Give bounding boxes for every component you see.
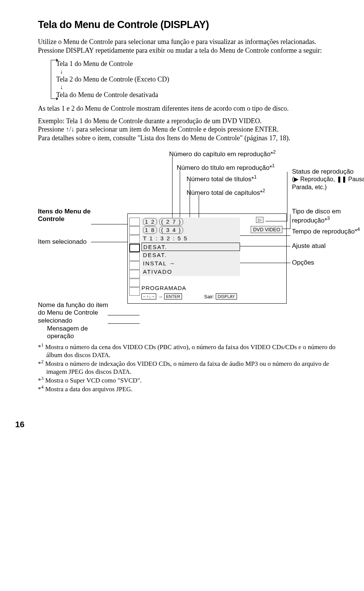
chapter-total: ( 3 4 )	[159, 226, 183, 234]
example-line: Exemplo: Tela 1 do Menu de Controle dura…	[38, 117, 262, 125]
osd-row: ATIVADO	[141, 268, 240, 276]
chapter-current: 1 8	[143, 226, 157, 234]
callout-play-time: Tempo de reprodução*4	[292, 226, 364, 235]
down-arrow-icon: ↓	[60, 84, 337, 90]
osd-display: 1 2 ( 2 7 ) 1 8 ( 3 4 ) T 1 : 3 2 : 5 5 …	[127, 213, 287, 304]
menu-icon	[129, 218, 140, 226]
exit-label: Sair:	[204, 294, 214, 299]
footnote-1: *1 Mostra o número da cena dos VIDEO CDs…	[38, 342, 337, 359]
down-arrow-icon: ↓	[60, 69, 337, 75]
example-paragraph: Exemplo: Tela 1 do Menu de Controle dura…	[38, 117, 337, 143]
flow-step-3: Tela do Menu de Controle desativada	[56, 91, 337, 99]
osd-row: INSTAL →	[141, 259, 240, 268]
callout-playback-status: Status de reprodução (▶ Reprodução, ❚❚ P…	[292, 168, 364, 191]
body-paragraph: As telas 1 e 2 do Menu de Controle mostr…	[38, 104, 337, 113]
display-key: DISPLAY	[216, 293, 237, 299]
menu-icon-column	[129, 218, 140, 296]
menu-icon	[129, 226, 140, 235]
title-total: ( 2 7 )	[159, 218, 183, 226]
function-name: PROGRAMADA	[141, 285, 186, 291]
osd-time-row: T 1 : 3 2 : 5 5	[141, 234, 240, 243]
arrow-right-icon: →	[158, 294, 163, 299]
callout-function-name: Nome da função do item do Menu de Contro…	[38, 301, 114, 325]
footnote-3: *3 Mostra o Super VCD como "SVCD".	[38, 376, 337, 384]
page-title: Tela do Menu de Controle (DISPLAY)	[38, 19, 337, 31]
callout-current-setting: Ajuste atual	[292, 242, 364, 250]
example-line: Pressione ↑/↓ para selecionar um item do…	[38, 125, 279, 133]
menu-icon	[129, 279, 140, 287]
menu-icon	[129, 287, 140, 296]
menu-icon	[129, 252, 140, 261]
callout-total-titles: Número total de títulos*1	[187, 174, 257, 183]
operation-hint: ←↑↓→ → ENTER Sair: DISPLAY	[141, 293, 237, 299]
flow-step-1: Tela 1 do Menu de Controle	[56, 60, 337, 68]
example-line: Para detalhes sobre o item, consulte "Li…	[38, 134, 290, 142]
menu-icon	[129, 261, 140, 270]
callout-menu-items: Itens do Menu de Controle	[38, 208, 114, 223]
enter-key: ENTER	[164, 293, 182, 299]
osd-selected-setting: DESAT.	[141, 243, 240, 251]
menu-icon	[129, 235, 140, 243]
disc-type-badge: DVD VIDEO	[251, 226, 282, 233]
callout-chapter-number: Número do capítulo em reprodução*2	[169, 149, 276, 158]
callout-title-number: Número do título em reprodução*1	[177, 163, 275, 172]
menu-icon	[129, 270, 140, 278]
osd-chapter-row: 1 8 ( 3 4 )	[141, 226, 240, 234]
footnotes: *1 Mostra o número da cena dos VIDEO CDs…	[38, 342, 337, 393]
nav-arrows-icon: ←↑↓→	[141, 293, 156, 299]
page-number: 16	[15, 420, 337, 430]
osd-row: DESAT.	[141, 251, 240, 259]
footnote-4: *4 Mostra a data dos arquivos JPEG.	[38, 384, 337, 393]
osd-title-row: 1 2 ( 2 7 )	[141, 218, 240, 226]
menu-icon-selected	[129, 244, 140, 252]
display-sequence: Tela 1 do Menu de Controle ↓ Tela 2 do M…	[56, 60, 337, 99]
intro-text: Utilize o Menu de Controle para selecion…	[38, 38, 337, 55]
callout-options: Opções	[292, 259, 364, 266]
control-menu-diagram: Número do capítulo em reprodução*2 Númer…	[38, 149, 337, 308]
flow-step-2: Tela 2 do Menu de Controle (Exceto CD)	[56, 75, 337, 83]
footnote-2: *2 Mostra o número de indexação dos VIDE…	[38, 359, 337, 376]
callout-operation-message: Mensagem de operação	[47, 325, 115, 340]
callout-disc-type: Tipo de disco em reprodução*3	[292, 208, 364, 224]
play-status-icon: ▷	[256, 217, 264, 223]
title-current: 1 2	[143, 218, 157, 226]
